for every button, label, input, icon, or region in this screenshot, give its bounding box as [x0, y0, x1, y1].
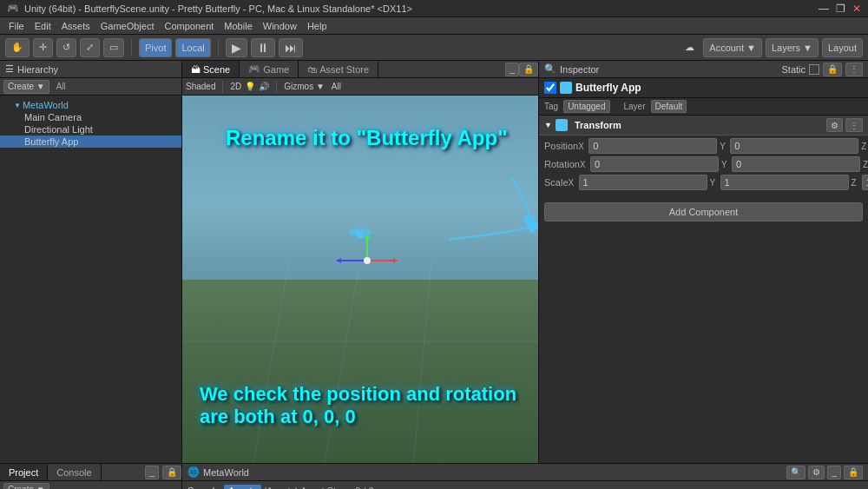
add-component-btn[interactable]: Add Component [544, 202, 863, 221]
svg-line-3 [414, 261, 432, 463]
menu-gameobject[interactable]: GameObject [95, 21, 160, 31]
menu-edit[interactable]: Edit [30, 21, 56, 31]
butterfly-marker [347, 221, 373, 249]
object-name: Butterfly App [575, 82, 641, 94]
pos-z-label: Z [861, 142, 868, 151]
object-active-toggle[interactable] [544, 82, 556, 94]
twod-btn[interactable]: 2D [230, 82, 241, 91]
window-controls[interactable]: — ❐ ✕ [819, 3, 861, 15]
inspector-label: Inspector [560, 64, 599, 75]
assets-tab-label[interactable]: Assets [224, 485, 261, 490]
tag-value[interactable]: Untagged [563, 100, 609, 113]
position-row: Position X Y Z [544, 138, 863, 154]
inspector-lock-btn[interactable]: 🔒 [823, 63, 842, 76]
rot-y-label: Y [721, 160, 730, 169]
inspector-menu-btn[interactable]: ⋮ [845, 63, 863, 76]
hier-main-camera[interactable]: Main Camera [0, 111, 181, 123]
rot-x-label: X [580, 160, 589, 169]
object-name-row: Butterfly App [539, 78, 868, 98]
minimize-panel-btn[interactable]: _ [505, 63, 519, 76]
svg-marker-7 [337, 258, 341, 263]
menu-help[interactable]: Help [302, 21, 332, 31]
scale-x-input[interactable] [579, 175, 707, 190]
hier-meta-world[interactable]: ▼ MetaWorld [0, 99, 181, 111]
scale-label: Scale [544, 177, 569, 188]
tab-asset-store[interactable]: 🛍 Asset Store [299, 61, 378, 77]
move-tool-btn[interactable]: ✛ [33, 38, 53, 57]
rotation-y-input[interactable] [732, 156, 860, 172]
position-x-input[interactable] [589, 138, 717, 154]
layer-value[interactable]: Default [651, 100, 687, 113]
menu-component[interactable]: Component [159, 21, 219, 31]
project-toolbar: Create ▼ [0, 481, 181, 489]
project-minimize-btn[interactable]: _ [145, 466, 159, 479]
static-checkbox[interactable] [809, 64, 819, 75]
scale-x-group: X [569, 175, 707, 190]
toolbar-sep-2 [218, 39, 219, 56]
all-gizmos-label: All [332, 82, 341, 91]
layout-btn[interactable]: Layout [822, 38, 863, 57]
mw-settings-btn[interactable]: ⚙ [808, 466, 825, 479]
lock-panel-btn[interactable]: 🔒 [519, 63, 538, 76]
metaworld-panel: 🌐 MetaWorld 🔍 ⚙ _ 🔒 Search: Assets 'Asse… [182, 464, 868, 489]
tab-scene[interactable]: 🏔 Scene [182, 61, 240, 77]
play-btn[interactable]: ▶ [226, 38, 247, 57]
menu-file[interactable]: File [3, 21, 30, 31]
step-btn[interactable]: ⏭ [279, 38, 303, 57]
menu-mobile[interactable]: Mobile [219, 21, 257, 31]
center-area: 🏔 Scene 🎮 Game 🛍 Asset Store _ 🔒 Shaded … [182, 61, 538, 463]
assets-quoted-label[interactable]: 'Assets' [265, 486, 297, 490]
arrow-icon: ▼ [14, 102, 21, 109]
local-btn[interactable]: Local [175, 38, 210, 57]
position-inputs: X Y Z [578, 138, 868, 154]
project-create-btn[interactable]: Create ▼ [3, 483, 49, 490]
pause-btn[interactable]: ⏸ [251, 38, 275, 57]
tab-console[interactable]: Console [48, 464, 101, 480]
pivot-btn[interactable]: Pivot [139, 38, 172, 57]
scale-z-input[interactable] [862, 175, 868, 190]
transform-menu-btn[interactable]: ⋮ [845, 118, 863, 132]
rotation-x-input[interactable] [590, 156, 719, 172]
menu-assets[interactable]: Assets [56, 21, 95, 31]
hier-butterfly-app[interactable]: Butterfly App [0, 135, 181, 148]
transform-fields: Position X Y Z [539, 135, 868, 195]
hand-tool-btn[interactable]: ✋ [5, 38, 30, 57]
svg-point-10 [364, 257, 371, 264]
static-label: Static [781, 64, 806, 75]
maximize-btn[interactable]: ❐ [836, 3, 845, 15]
hierarchy-toolbar: Create ▼ All [0, 78, 181, 96]
rotation-y-group: Y [721, 156, 860, 172]
overlay-check-text: We check the position and rotation are b… [200, 383, 538, 428]
account-btn[interactable]: Account ▼ [703, 38, 762, 57]
mw-search-btn[interactable]: 🔍 [786, 466, 806, 479]
gizmos-btn[interactable]: Gizmos ▼ [284, 82, 325, 91]
tab-project[interactable]: Project [0, 464, 48, 480]
toolbar: ✋ ✛ ↺ ⤢ ▭ Pivot Local ▶ ⏸ ⏭ ☁ Account ▼ … [0, 35, 868, 61]
mw-controls: 🔍 ⚙ _ 🔒 [786, 466, 863, 479]
shaded-label[interactable]: Shaded [186, 82, 215, 91]
mw-title: MetaWorld [203, 467, 249, 478]
app-icon: 🎮 [7, 3, 19, 14]
layers-btn[interactable]: Layers ▼ [766, 38, 819, 57]
game-icon: 🎮 [248, 63, 260, 75]
hierarchy-all: All [56, 82, 66, 91]
hierarchy-create-btn[interactable]: Create ▼ [3, 80, 49, 94]
rect-tool-btn[interactable]: ▭ [103, 38, 124, 57]
transform-options-btn[interactable]: ⚙ [826, 118, 843, 132]
pos-y-label: Y [720, 142, 728, 151]
position-y-input[interactable] [730, 138, 858, 154]
close-btn[interactable]: ✕ [852, 3, 861, 15]
hier-directional-light[interactable]: Directional Light [0, 123, 181, 135]
scene-view[interactable]: Rename it to "Butterfly App" We check th… [182, 96, 538, 463]
tab-game[interactable]: 🎮 Game [240, 61, 299, 77]
minimize-btn[interactable]: — [819, 3, 829, 15]
rotate-tool-btn[interactable]: ↺ [56, 38, 76, 57]
mw-lock-btn[interactable]: 🔒 [844, 466, 863, 479]
scale-y-input[interactable] [720, 175, 849, 190]
menu-window[interactable]: Window [258, 21, 302, 31]
mw-minimize-btn[interactable]: _ [827, 466, 841, 479]
scale-tool-btn[interactable]: ⤢ [80, 38, 100, 57]
project-tab-bar: Project Console _ 🔒 [0, 464, 181, 481]
project-lock-btn[interactable]: 🔒 [162, 466, 181, 479]
title-bar: 🎮 Unity (64bit) - ButterflyScene.unity -… [0, 0, 868, 17]
